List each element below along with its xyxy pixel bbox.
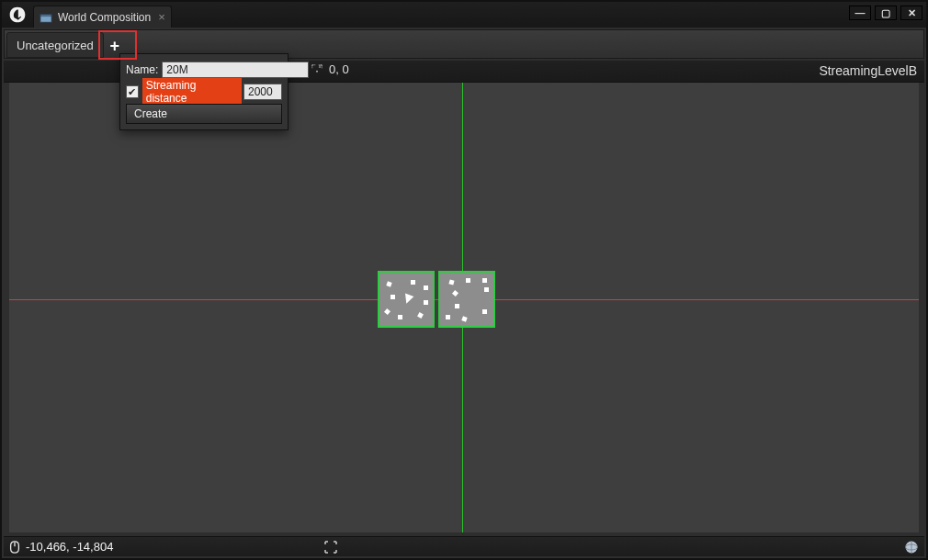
world-composition-icon [40, 11, 52, 24]
actor-marker [384, 308, 390, 315]
close-icon[interactable]: × [158, 10, 165, 24]
actor-marker [455, 304, 459, 308]
new-layer-popup: Name: ✔ Streaming distance Create [119, 53, 289, 130]
maximize-button[interactable]: ▢ [875, 6, 897, 20]
mouse-coords-readout: -10,466, -14,804 [4, 540, 113, 554]
globe-icon[interactable] [904, 540, 919, 554]
window-buttons: — ▢ ✕ [849, 6, 922, 20]
name-field-label: Name: [126, 63, 158, 76]
actor-marker [446, 315, 450, 319]
actor-marker [484, 287, 489, 292]
titlebar: World Composition × — ▢ ✕ [2, 2, 926, 28]
tab-label: World Composition [58, 11, 151, 24]
actor-marker [390, 295, 395, 299]
plus-icon: + [110, 37, 120, 56]
world-viewport[interactable] [9, 83, 919, 532]
actor-marker [482, 278, 487, 283]
actor-marker [424, 286, 428, 290]
streaming-distance-checkbox[interactable]: ✔ [126, 85, 139, 98]
actor-marker [411, 280, 415, 285]
actor-marker [386, 281, 391, 286]
actor-marker [482, 309, 487, 314]
player-arrow-icon [402, 294, 414, 306]
svg-text:x: x [319, 63, 322, 69]
status-bar: -10,466, -14,804 [4, 536, 924, 556]
tab-world-composition[interactable]: World Composition × [33, 6, 172, 28]
minimize-button[interactable]: — [849, 6, 871, 20]
level-tile-b[interactable] [438, 271, 495, 328]
level-tile-a[interactable] [378, 271, 435, 328]
actor-marker [452, 290, 458, 297]
create-button[interactable]: Create [126, 104, 282, 124]
window-root: World Composition × — ▢ ✕ Uncategorized … [0, 0, 928, 560]
ue-logo-icon [2, 2, 33, 28]
crosshair-icon: x [311, 63, 323, 76]
origin-coords: 0, 0 [329, 62, 349, 76]
actor-marker [417, 312, 424, 319]
actor-marker [398, 315, 402, 319]
streaming-distance-label: Streaming distance [142, 78, 242, 106]
name-input[interactable] [162, 62, 309, 78]
origin-indicator: x 0, 0 [311, 62, 349, 76]
close-button[interactable]: ✕ [900, 6, 922, 20]
selected-level-label: StreamingLevelB [819, 63, 917, 78]
streaming-distance-input[interactable] [243, 84, 282, 100]
layer-tab-label: Uncategorized [17, 39, 94, 52]
actor-marker [424, 300, 428, 305]
actor-marker [448, 279, 454, 285]
actor-marker [466, 278, 470, 283]
mouse-icon [9, 541, 20, 554]
actor-marker [461, 316, 467, 321]
mouse-coords-text: -10,466, -14,804 [26, 540, 113, 554]
layer-tab-uncategorized[interactable]: Uncategorized [6, 32, 104, 58]
selection-bounds-icon[interactable] [323, 540, 338, 554]
